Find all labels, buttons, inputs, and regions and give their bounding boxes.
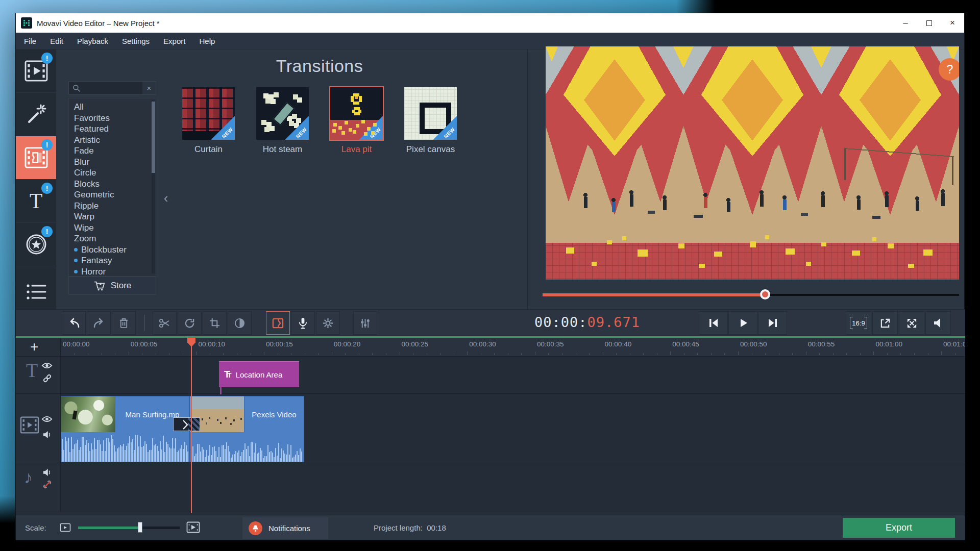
category-item-favorites[interactable]: Favorites <box>74 113 156 124</box>
timeline: + 00:00:0000:00:0500:00:1000:00:1500:00:… <box>16 336 965 515</box>
hot-steam-thumbnail: NEW <box>256 87 309 140</box>
redo-button[interactable] <box>87 311 111 335</box>
category-item-geometric[interactable]: Geometric <box>74 189 156 201</box>
category-item-blur[interactable]: Blur <box>74 157 156 168</box>
category-item-artistic[interactable]: Artistic <box>74 135 156 146</box>
fullscreen-icon <box>906 317 918 329</box>
statusbar: Scale: Notifications Project length: 00:… <box>16 515 965 540</box>
sidebar-item-transitions[interactable]: ! <box>16 136 56 180</box>
category-item-zoom[interactable]: Zoom <box>74 233 156 244</box>
speaker-icon[interactable] <box>42 431 52 439</box>
color-adjust-button[interactable] <box>228 311 252 335</box>
aspect-ratio-button[interactable]: 16:9 <box>846 311 871 335</box>
scale-slider[interactable] <box>78 527 180 529</box>
undo-icon <box>67 317 81 329</box>
transition-card-lava-pit[interactable]: NEWLava pit <box>330 87 383 155</box>
lava-pit-thumbnail: NEW <box>330 87 383 140</box>
audio-levels-button[interactable] <box>353 311 377 335</box>
category-item-featured[interactable]: Featured <box>74 123 156 135</box>
category-label: Wipe <box>74 222 94 234</box>
mute-button[interactable] <box>925 311 951 335</box>
sidebar-item-titles[interactable]: T ! <box>16 180 56 223</box>
help-button[interactable]: ? <box>939 58 959 81</box>
scrollbar-thumb[interactable] <box>152 102 155 173</box>
title-clip[interactable]: TT Location Area <box>219 361 299 387</box>
category-item-wipe[interactable]: Wipe <box>74 222 156 234</box>
settings-button[interactable] <box>316 311 340 335</box>
transition-card-curtain[interactable]: NEWCurtain <box>182 87 235 155</box>
category-item-circle[interactable]: Circle <box>74 167 156 179</box>
menu-playback[interactable]: Playback <box>77 37 108 45</box>
category-label: Blockbuster <box>81 244 127 256</box>
export-button[interactable]: Export <box>843 518 955 538</box>
delete-button[interactable] <box>112 311 136 335</box>
speaker-icon[interactable] <box>42 468 52 477</box>
notifications-button[interactable]: Notifications <box>242 517 328 539</box>
skip-end-button[interactable] <box>758 311 787 335</box>
pop-out-button[interactable] <box>872 311 898 335</box>
category-item-blocks[interactable]: Blocks <box>74 179 156 190</box>
category-item-blockbuster[interactable]: Blockbuster <box>74 244 156 256</box>
zoom-in-frame-icon[interactable] <box>186 521 200 533</box>
fullscreen-button[interactable] <box>899 311 924 335</box>
link-icon[interactable] <box>42 373 52 383</box>
store-button[interactable]: Store <box>68 277 156 295</box>
video-clip-2[interactable]: Pexels Video <box>190 396 304 462</box>
menu-edit[interactable]: Edit <box>50 37 63 45</box>
transition-card-hot-steam[interactable]: NEWHot steam <box>256 87 309 155</box>
ruler-label: 00:00:20 <box>334 340 361 348</box>
zoom-out-frame-icon[interactable] <box>60 523 71 532</box>
video-clip-1[interactable]: Man Surfing.mp <box>61 396 190 462</box>
menu-help[interactable]: Help <box>199 37 215 45</box>
maximize-button[interactable] <box>917 13 941 33</box>
transition-mode-button[interactable] <box>266 311 290 335</box>
skip-start-button[interactable] <box>699 311 728 335</box>
menu-settings[interactable]: Settings <box>122 37 150 45</box>
collapse-panel-chevron[interactable]: ‹ <box>161 182 171 214</box>
category-item-fantasy[interactable]: Fantasy <box>74 255 156 266</box>
cut-button[interactable] <box>153 311 177 335</box>
eye-icon[interactable] <box>41 415 53 423</box>
sidebar-item-more-tracks[interactable] <box>16 274 56 309</box>
sidebar-item-media[interactable]: ! <box>16 49 56 93</box>
play-button[interactable] <box>728 311 757 335</box>
title-clip-label: Location Area <box>236 370 283 379</box>
minimize-button[interactable]: – <box>894 13 917 33</box>
rotate-button[interactable] <box>178 311 202 335</box>
premium-dot-icon <box>74 248 78 252</box>
menu-export[interactable]: Export <box>163 37 185 45</box>
close-button[interactable]: × <box>941 13 964 33</box>
title-track-header: T <box>16 357 61 393</box>
category-label: Fade <box>74 145 94 157</box>
scale-slider-handle[interactable] <box>138 522 142 533</box>
broken-link-icon[interactable] <box>42 480 52 489</box>
category-scrollbar[interactable] <box>152 100 155 273</box>
video-track-header <box>16 394 61 465</box>
crop-button[interactable] <box>203 311 227 335</box>
applied-transition-badge[interactable] <box>173 417 200 431</box>
menu-file[interactable]: File <box>24 37 36 45</box>
trash-icon <box>118 317 130 330</box>
undo-button[interactable] <box>62 311 86 335</box>
category-item-warp[interactable]: Warp <box>74 211 156 222</box>
category-label: Circle <box>74 167 96 179</box>
search-input[interactable] <box>83 84 142 93</box>
category-item-horror[interactable]: Horror <box>74 266 156 277</box>
premium-dot-icon <box>74 270 78 273</box>
search-clear-icon[interactable]: × <box>142 82 156 94</box>
record-audio-button[interactable] <box>291 311 315 335</box>
add-track-button[interactable]: + <box>30 338 38 356</box>
seek-bar[interactable] <box>543 294 959 296</box>
eye-icon[interactable] <box>41 362 53 369</box>
sidebar-item-filters[interactable] <box>16 93 56 136</box>
transition-card-pixel-canvas[interactable]: NEWPixel canvas <box>404 87 457 155</box>
category-item-ripple[interactable]: Ripple <box>74 201 156 212</box>
scale-label: Scale: <box>25 523 46 532</box>
category-item-fade[interactable]: Fade <box>74 145 156 157</box>
timeline-ruler[interactable]: + 00:00:0000:00:0500:00:1000:00:1500:00:… <box>16 338 965 357</box>
audio-track: ♪ <box>16 465 965 512</box>
sidebar-item-stickers[interactable]: ! <box>16 223 56 266</box>
seek-handle[interactable] <box>760 289 770 299</box>
category-item-all[interactable]: All <box>74 102 156 113</box>
notification-badge: ! <box>41 53 53 64</box>
